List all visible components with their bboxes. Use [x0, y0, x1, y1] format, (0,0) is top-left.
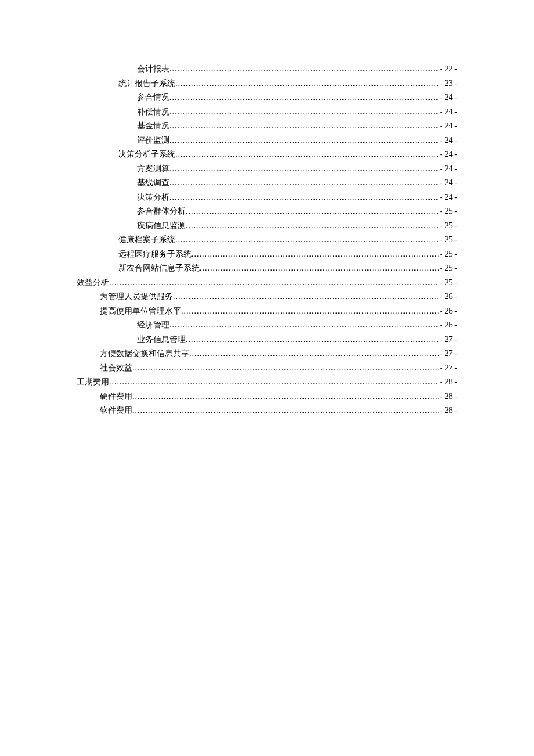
toc-entry-title: 决策分析 [137, 193, 169, 201]
toc-leader-dots [169, 321, 439, 329]
toc-leader-dots [175, 80, 439, 88]
toc-entry: 硬件费用- 28 - [77, 393, 457, 401]
toc-entry-page: - 25 - [439, 207, 457, 215]
toc-entry: 业务信息管理- 27 - [77, 336, 457, 344]
toc-entry: 软件费用- 28 - [77, 406, 457, 415]
toc-entry-title: 评价监测 [137, 136, 169, 145]
toc-entry: 效益分析- 25 - [77, 279, 457, 287]
toc-leader-dots [132, 393, 439, 401]
toc-leader-dots [186, 222, 439, 230]
toc-entry-title: 远程医疗服务子系统 [118, 250, 192, 258]
toc-leader-dots [189, 350, 439, 358]
toc-entry-title: 经济管理 [137, 321, 169, 329]
toc-entry: 统计报告子系统- 23 - [77, 80, 457, 88]
toc-entry-title: 为管理人员提供服务 [100, 293, 173, 301]
toc-leader-dots [169, 65, 439, 73]
toc-entry-title: 会计报表 [137, 65, 169, 73]
toc-entry-title: 新农合网站信息子系统 [118, 264, 200, 272]
toc-leader-dots [169, 122, 439, 130]
toc-entry-page: - 26 - [439, 307, 457, 315]
toc-leader-dots [169, 165, 439, 173]
toc-entry: 远程医疗服务子系统- 25 - [77, 250, 457, 258]
toc-entry: 会计报表- 22 - [77, 65, 457, 73]
toc-entry-title: 统计报告子系统 [118, 80, 175, 88]
toc-entry: 工期费用- 28 - [77, 378, 457, 386]
toc-leader-dots [186, 207, 439, 215]
toc-entry: 基线调查- 24 - [77, 179, 457, 187]
toc-entry-page: - 22 - [439, 65, 457, 73]
toc-entry: 参合群体分析- 25 - [77, 207, 457, 215]
toc-entry: 疾病信息监测- 25 - [77, 222, 457, 230]
toc-entry-title: 补偿情况 [137, 108, 169, 116]
toc-leader-dots [181, 307, 439, 315]
toc-entry-page: - 25 - [439, 250, 457, 258]
toc-leader-dots [169, 193, 439, 201]
toc-entry: 补偿情况- 24 - [77, 108, 457, 116]
toc-leader-dots [169, 179, 439, 187]
toc-entry-page: - 25 - [439, 279, 457, 287]
toc-entry-page: - 24 - [439, 136, 457, 145]
toc-leader-dots [109, 378, 439, 386]
toc-entry: 决策分析子系统- 24 - [77, 150, 457, 159]
toc-entry-page: - 26 - [439, 321, 457, 329]
toc-entry-title: 健康档案子系统 [118, 236, 175, 244]
toc-leader-dots [109, 279, 439, 287]
toc-leader-dots [175, 150, 439, 159]
toc-entry: 参合情况- 24 - [77, 93, 457, 102]
toc-entry-title: 工期费用 [77, 378, 109, 386]
toc-entry: 基金情况- 24 - [77, 122, 457, 130]
toc-entry: 方便数据交换和信息共享- 27 - [77, 350, 457, 358]
toc-entry-page: - 27 - [439, 336, 457, 344]
toc-entry-page: - 24 - [439, 93, 457, 102]
toc-entry: 社会效益- 27 - [77, 364, 457, 372]
toc-entry-page: - 24 - [439, 150, 457, 159]
toc-entry-title: 方便数据交换和信息共享 [100, 350, 189, 358]
table-of-contents: 会计报表- 22 -统计报告子系统- 23 -参合情况- 24 -补偿情况- 2… [77, 65, 457, 415]
toc-entry: 决策分析- 24 - [77, 193, 457, 201]
toc-entry: 方案测算- 24 - [77, 165, 457, 173]
toc-entry-title: 决策分析子系统 [118, 150, 175, 159]
toc-entry-page: - 28 - [439, 406, 457, 415]
toc-entry: 健康档案子系统- 25 - [77, 236, 457, 244]
toc-entry-title: 效益分析 [77, 279, 109, 287]
toc-entry-title: 基线调查 [137, 179, 169, 187]
toc-entry-title: 硬件费用 [100, 393, 132, 401]
toc-entry-page: - 25 - [439, 236, 457, 244]
toc-entry-title: 软件费用 [100, 406, 132, 415]
toc-entry-title: 基金情况 [137, 122, 169, 130]
toc-entry: 为管理人员提供服务- 26 - [77, 293, 457, 301]
document-page: 会计报表- 22 -统计报告子系统- 23 -参合情况- 24 -补偿情况- 2… [0, 0, 534, 415]
toc-entry-title: 方案测算 [137, 165, 169, 173]
toc-entry: 新农合网站信息子系统- 25 - [77, 264, 457, 272]
toc-leader-dots [186, 336, 439, 344]
toc-entry: 提高使用单位管理水平- 26 - [77, 307, 457, 315]
toc-leader-dots [169, 136, 439, 145]
toc-entry-title: 参合群体分析 [137, 207, 186, 215]
toc-leader-dots [192, 250, 439, 258]
toc-entry-page: - 24 - [439, 122, 457, 130]
toc-entry-page: - 24 - [439, 165, 457, 173]
toc-entry-page: - 24 - [439, 179, 457, 187]
toc-leader-dots [200, 264, 439, 272]
toc-entry-page: - 28 - [439, 393, 457, 401]
toc-entry-page: - 25 - [439, 222, 457, 230]
toc-leader-dots [132, 406, 439, 415]
toc-leader-dots [169, 108, 439, 116]
toc-entry-title: 提高使用单位管理水平 [100, 307, 181, 315]
toc-entry-page: - 25 - [439, 264, 457, 272]
toc-entry-page: - 28 - [439, 378, 457, 386]
toc-leader-dots [173, 293, 439, 301]
toc-entry-title: 疾病信息监测 [137, 222, 186, 230]
toc-entry-title: 业务信息管理 [137, 336, 186, 344]
toc-leader-dots [132, 364, 439, 372]
toc-entry-page: - 23 - [439, 80, 457, 88]
toc-entry-page: - 24 - [439, 193, 457, 201]
toc-entry-page: - 24 - [439, 108, 457, 116]
toc-leader-dots [169, 93, 439, 102]
toc-entry-page: - 27 - [439, 350, 457, 358]
toc-entry-page: - 27 - [439, 364, 457, 372]
toc-entry-page: - 26 - [439, 293, 457, 301]
toc-entry-title: 参合情况 [137, 93, 169, 102]
toc-entry: 评价监测- 24 - [77, 136, 457, 145]
toc-entry-title: 社会效益 [100, 364, 132, 372]
